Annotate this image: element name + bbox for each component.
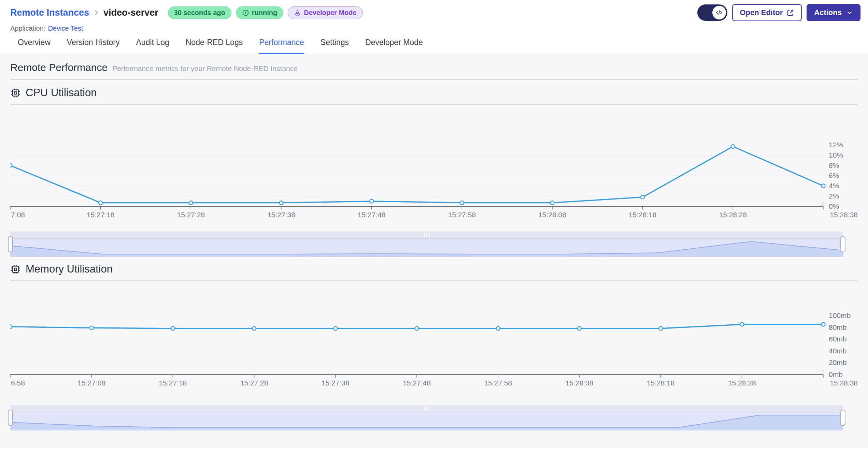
svg-text:15:28:08: 15:28:08 [538,211,566,219]
actions-label: Actions [814,8,842,17]
memory-section-header: Memory Utilisation [10,263,858,275]
svg-text:15:28:38: 15:28:38 [830,211,858,219]
chevron-right-icon [93,9,100,16]
developer-mode-toggle[interactable] [697,4,727,21]
svg-text:15:28:18: 15:28:18 [629,211,657,219]
svg-text:15:27:58: 15:27:58 [448,211,476,219]
svg-text:15:28:08: 15:28:08 [566,379,594,387]
status-label: running [252,9,277,17]
svg-text:80mb: 80mb [829,323,847,331]
open-editor-label: Open Editor [740,8,783,17]
svg-text:15:28:28: 15:28:28 [719,211,747,219]
top-bar: Remote Instances video-server 30 seconds… [0,0,868,32]
svg-text:0%: 0% [829,202,839,210]
cpu-chip-icon [10,88,21,98]
divider [10,79,858,80]
svg-text:15:28:28: 15:28:28 [728,379,756,387]
svg-text:8%: 8% [829,161,839,169]
page-subtitle: Performance metrics for your Remote Node… [112,64,298,73]
svg-text:15:27:08: 15:27:08 [77,379,105,387]
tab-settings[interactable]: Settings [321,38,349,54]
memory-zoom-slider[interactable] [10,405,843,430]
memory-zoom-area [10,412,843,430]
status-badges: 30 seconds ago running Developer Mode [168,6,363,19]
svg-text:10%: 10% [829,151,843,159]
flask-icon [294,9,301,16]
svg-text:20mb: 20mb [829,358,847,366]
tab-node-red-logs[interactable]: Node-RED Logs [186,38,243,54]
external-link-icon [786,9,794,17]
cpu-chart: 0%2%4%6%8%10%12%7:0815:27:1815:27:2815:2… [10,107,858,223]
page-instance-name: video-server [103,8,158,18]
memory-chart: 0mb20mb40mb60mb80mb100mb6:5815:27:0815:2… [10,283,858,396]
tab-performance[interactable]: Performance [259,38,304,54]
cpu-zoom-shadow-chart [10,239,843,257]
svg-text:15:27:18: 15:27:18 [159,379,187,387]
svg-text:7:08: 7:08 [11,211,25,219]
svg-text:4%: 4% [829,182,839,190]
breadcrumb: Remote Instances video-server [10,8,158,18]
memory-zoom-right-handle[interactable] [840,410,845,426]
page-title: Remote Performance [10,62,108,73]
memory-chip-icon [10,264,21,275]
tab-bar: Overview Version History Audit Log Node-… [0,32,868,54]
breadcrumb-parent-link[interactable]: Remote Instances [10,8,89,18]
cpu-zoom-left-handle[interactable] [8,236,13,252]
last-seen-badge: 30 seconds ago [168,6,231,19]
code-icon [715,9,723,17]
cpu-zoom-right-handle[interactable] [840,236,845,252]
tab-developer-mode[interactable]: Developer Mode [365,38,423,54]
svg-text:6:58: 6:58 [11,379,25,387]
svg-text:15:27:18: 15:27:18 [87,211,115,219]
application-line: Application: Device Test [10,25,860,32]
cpu-section-title: CPU Utilisation [26,87,97,99]
divider [10,280,858,281]
tab-audit-log[interactable]: Audit Log [136,38,169,54]
application-label: Application: [10,25,45,32]
open-editor-button[interactable]: Open Editor [732,4,802,21]
developer-mode-label: Developer Mode [304,9,356,17]
tab-version-history[interactable]: Version History [67,38,120,54]
svg-text:15:27:28: 15:27:28 [177,211,205,219]
cpu-zoom-move-handle[interactable] [10,232,843,239]
last-seen-label: 30 seconds ago [174,9,225,17]
actions-button[interactable]: Actions [807,4,860,21]
header-row: Remote Instances video-server 30 seconds… [10,4,860,21]
memory-zoom-move-handle[interactable] [10,405,843,412]
svg-text:15:27:48: 15:27:48 [403,379,431,387]
svg-text:15:28:38: 15:28:38 [830,379,858,387]
play-circle-icon [242,9,249,16]
memory-section-title: Memory Utilisation [26,263,113,275]
svg-text:15:27:58: 15:27:58 [484,379,512,387]
tab-overview[interactable]: Overview [18,38,51,54]
header-controls: Open Editor Actions [697,4,860,21]
cpu-section-header: CPU Utilisation [10,87,858,99]
performance-panel: Remote Performance Performance metrics f… [0,54,868,449]
svg-text:60mb: 60mb [829,335,847,343]
toggle-knob [712,6,726,19]
cpu-zoom-area [10,239,843,257]
developer-mode-badge: Developer Mode [288,6,362,19]
svg-text:100mb: 100mb [829,311,851,319]
svg-text:15:27:38: 15:27:38 [322,379,350,387]
svg-text:2%: 2% [829,192,839,200]
application-link[interactable]: Device Test [48,25,83,32]
svg-text:15:27:28: 15:27:28 [240,379,268,387]
memory-zoom-shadow-chart [10,412,843,430]
cpu-zoom-slider[interactable] [10,232,843,257]
chevron-down-icon [846,9,853,16]
svg-text:15:27:38: 15:27:38 [267,211,295,219]
svg-text:0mb: 0mb [829,370,843,378]
memory-zoom-left-handle[interactable] [8,410,13,426]
svg-text:40mb: 40mb [829,347,847,355]
page-header: Remote Performance Performance metrics f… [10,54,858,73]
svg-text:6%: 6% [829,172,839,179]
status-badge: running [236,6,283,19]
divider [10,104,858,105]
svg-text:15:27:48: 15:27:48 [358,211,386,219]
svg-text:15:28:18: 15:28:18 [647,379,675,387]
svg-text:12%: 12% [829,141,843,149]
